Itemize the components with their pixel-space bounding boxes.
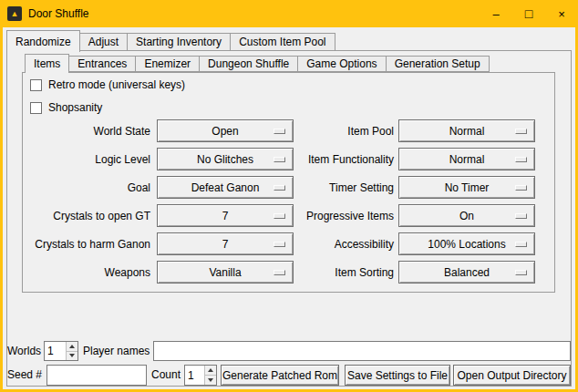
retro-mode-label[interactable]: Retro mode (universal keys) [48, 78, 185, 91]
accessibility-label: Accessibility [248, 232, 394, 255]
worlds-label: Worlds [7, 341, 41, 361]
randomize-sub-tab-bar: Items Entrances Enemizer Dungeon Shuffle… [25, 54, 489, 72]
progressive-items-dropdown[interactable]: On [398, 204, 535, 227]
app-window: ▲ Door Shuffle – □ × Randomize Adjust St… [0, 0, 578, 392]
item-sorting-dropdown[interactable]: Balanced [398, 261, 535, 284]
tab-items[interactable]: Items [25, 54, 69, 73]
worlds-spin-buttons [66, 342, 77, 360]
tab-generation-setup[interactable]: Generation Setup [386, 56, 490, 72]
retro-mode-checkbox[interactable] [30, 79, 42, 91]
goal-label: Goal [30, 176, 150, 199]
main-tab-bar: Randomize Adjust Starting Inventory Cust… [6, 30, 335, 51]
dropdown-indicator-icon [515, 157, 527, 162]
dropdown-indicator-icon [515, 270, 527, 275]
open-output-directory-button[interactable]: Open Output Directory [453, 365, 571, 386]
worlds-spinbox [44, 341, 78, 361]
count-spinbox [184, 365, 217, 386]
crystals-harm-ganon-label: Crystals to harm Ganon [21, 232, 150, 255]
item-sorting-label: Item Sorting [248, 261, 394, 284]
tab-starting-inventory[interactable]: Starting Inventory [127, 33, 231, 51]
count-decrement-button[interactable] [205, 375, 216, 385]
tab-custom-item-pool[interactable]: Custom Item Pool [230, 33, 335, 51]
arrow-down-icon [69, 354, 75, 357]
item-functionality-dropdown[interactable]: Normal [398, 148, 535, 170]
dropdown-indicator-icon [515, 242, 527, 247]
tab-dungeon-shuffle[interactable]: Dungeon Shuffle [199, 56, 298, 72]
save-settings-button[interactable]: Save Settings to File [345, 365, 450, 386]
maximize-button[interactable]: □ [512, 0, 545, 27]
weapons-label: Weapons [30, 261, 150, 284]
seed-input[interactable] [46, 365, 147, 386]
item-pool-dropdown[interactable]: Normal [398, 119, 535, 142]
dropdown-indicator-icon [515, 213, 527, 219]
count-input[interactable] [185, 366, 204, 385]
item-pool-label: Item Pool [248, 119, 394, 142]
item-functionality-label: Item Functionality [248, 148, 394, 170]
dropdown-indicator-icon [515, 185, 527, 191]
timer-setting-dropdown[interactable]: No Timer [398, 176, 535, 199]
player-names-label: Player names [83, 341, 150, 361]
timer-setting-label: Timer Setting [248, 176, 394, 199]
progressive-items-label: Progressive Items [248, 204, 394, 227]
shopsanity-checkbox-row[interactable]: Shopsanity [30, 99, 102, 116]
accessibility-dropdown[interactable]: 100% Locations [398, 232, 535, 255]
title-bar: ▲ Door Shuffle – □ × [0, 0, 578, 27]
worlds-increment-button[interactable] [67, 342, 77, 351]
arrow-up-icon [69, 345, 75, 348]
window-controls: – □ × [480, 0, 578, 27]
dropdown-indicator-icon [515, 129, 527, 134]
arrow-down-icon [208, 378, 213, 382]
tab-enemizer[interactable]: Enemizer [135, 56, 200, 72]
window-title: Door Shuffle [28, 7, 89, 20]
world-state-label: World State [30, 119, 150, 142]
tab-randomize[interactable]: Randomize [6, 30, 80, 52]
tab-entrances[interactable]: Entrances [68, 56, 136, 72]
worlds-decrement-button[interactable] [67, 351, 77, 361]
crystals-open-gt-label: Crystals to open GT [30, 204, 150, 227]
shopsanity-label[interactable]: Shopsanity [48, 101, 102, 114]
logic-level-label: Logic Level [30, 148, 150, 170]
count-spin-buttons [204, 366, 216, 385]
seed-label: Seed # [7, 365, 42, 386]
generate-patched-rom-button[interactable]: Generate Patched Rom [221, 365, 339, 386]
tab-game-options[interactable]: Game Options [297, 56, 386, 72]
retro-mode-checkbox-row[interactable]: Retro mode (universal keys) [30, 77, 185, 93]
shopsanity-checkbox[interactable] [30, 102, 42, 114]
app-icon: ▲ [7, 6, 22, 21]
count-increment-button[interactable] [205, 366, 216, 375]
count-label: Count [151, 365, 181, 386]
minimize-button[interactable]: – [480, 0, 512, 27]
tab-adjust[interactable]: Adjust [79, 33, 128, 51]
worlds-input[interactable] [45, 342, 66, 360]
arrow-up-icon [208, 368, 213, 372]
close-button[interactable]: × [545, 0, 578, 27]
player-names-input[interactable] [153, 341, 571, 361]
client-area: Randomize Adjust Starting Inventory Cust… [3, 27, 575, 389]
